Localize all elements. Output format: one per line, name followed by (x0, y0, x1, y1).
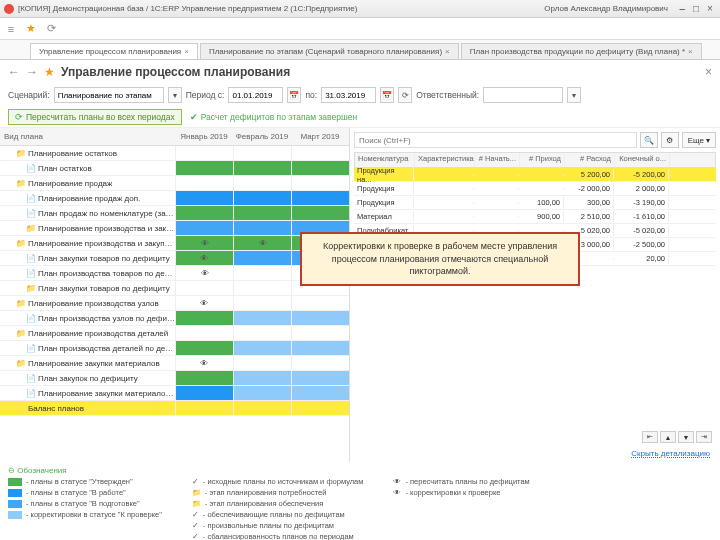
plan-row[interactable]: 📁Планирование производства узлов👁 (0, 296, 349, 311)
plan-row[interactable]: 📄План закупок по дефициту (0, 371, 349, 386)
folder-icon: 📄 (26, 374, 38, 383)
window-title: [КОПИЯ] Демонстрационная база / 1С:ERP У… (18, 4, 357, 13)
plan-row[interactable]: 📄Планирование продаж доп. (0, 191, 349, 206)
tab-close-icon[interactable]: × (688, 47, 693, 56)
menu-icon[interactable]: ≡ (4, 22, 18, 36)
tab[interactable]: План производства продукции по дефициту … (461, 43, 702, 59)
plan-row[interactable]: 📄План производства товаров по дефи...👁 (0, 266, 349, 281)
plan-row[interactable]: Баланс планов (0, 401, 349, 416)
nav-fwd-icon[interactable]: → (26, 65, 38, 79)
plan-label: Планирование закупки материалов вручную (38, 389, 175, 398)
scroll-first-icon[interactable]: ⇤ (642, 431, 658, 443)
titlebar: [КОПИЯ] Демонстрационная база / 1С:ERP У… (0, 0, 720, 18)
plan-row[interactable]: 📄План остатков (0, 161, 349, 176)
legend-icon: ✓ (192, 521, 199, 530)
plan-row[interactable]: 📄Планирование закупки материалов вручную (0, 386, 349, 401)
refresh-icon[interactable]: ⟳ (398, 87, 412, 103)
legend-item: 📁- этап планирования обеспечения (192, 499, 364, 508)
legend-item: 📁- этап планирования потребностей (192, 488, 364, 497)
eye-icon[interactable]: 👁 (200, 254, 208, 263)
plan-row[interactable]: 📁План закупки товаров по дефициту (0, 281, 349, 296)
plan-row[interactable]: 📁Планирование остатков (0, 146, 349, 161)
plan-label: План закупки товаров по дефициту (38, 284, 175, 293)
plan-label: Планирование производства узлов (28, 299, 175, 308)
plan-label: План производства узлов по дефициту (38, 314, 175, 323)
folder-icon: 📄 (26, 389, 38, 398)
action-bar: ⟳Пересчитать планы во всех периодах ✔Рас… (0, 106, 720, 128)
grid-row[interactable]: Материал900,002 510,00-1 610,00 (354, 210, 716, 224)
plan-row[interactable]: 📁Планирование производства и закупки ... (0, 221, 349, 236)
favorite-icon[interactable]: ★ (44, 65, 55, 79)
plan-label: План продаж по номенклатуре (зам. по ист… (38, 209, 175, 218)
date-from-input[interactable] (228, 87, 283, 103)
plan-row[interactable]: 📄План производства деталей по дефи... (0, 341, 349, 356)
page-title: Управление процессом планирования (61, 65, 290, 79)
scenario-label: Сценарий: (8, 90, 50, 100)
plan-label: План остатков (38, 164, 175, 173)
calendar-from-icon[interactable]: 📅 (287, 87, 301, 103)
folder-icon: 📁 (16, 149, 28, 158)
calendar-to-icon[interactable]: 📅 (380, 87, 394, 103)
resp-picker-icon[interactable]: ▾ (567, 87, 581, 103)
folder-icon: 📄 (26, 269, 38, 278)
plan-row[interactable]: 📄План продаж по номенклатуре (зам. по ис… (0, 206, 349, 221)
plan-label: Планирование остатков (28, 149, 175, 158)
legend-icon: ✓ (192, 510, 199, 519)
search-icon[interactable]: 🔍 (640, 132, 658, 148)
more-button[interactable]: Еще▾ (682, 132, 716, 148)
folder-icon: 📁 (26, 284, 38, 293)
plan-label: Планирование производства и закупки това… (28, 239, 175, 248)
scroll-up-icon[interactable]: ▲ (660, 431, 676, 443)
tab-close-icon[interactable]: × (445, 47, 450, 56)
folder-icon: 📁 (16, 359, 28, 368)
search-input[interactable] (354, 132, 637, 148)
grid-row[interactable]: Продукция100,00300,00-3 190,00 (354, 196, 716, 210)
close-page-icon[interactable]: × (705, 65, 712, 79)
recalc-button[interactable]: ⟳Пересчитать планы во всех периодах (8, 109, 182, 125)
tab[interactable]: Планирование по этапам (Сценарий товарно… (200, 43, 459, 59)
folder-icon: 📄 (26, 314, 38, 323)
history-icon[interactable]: ⟳ (44, 22, 58, 36)
plan-tree-header: Вид плана Январь 2019 Февраль 2019 Март … (0, 128, 349, 146)
plan-label: План производства товаров по дефи... (38, 269, 175, 278)
legend-item: - корректировки в статусе "К проверке" (8, 510, 162, 519)
plan-label: План закупки товаров по дефициту (38, 254, 175, 263)
date-to-input[interactable] (321, 87, 376, 103)
hide-detail-link[interactable]: Скрыть детализацию (354, 445, 716, 462)
close-window-icon[interactable]: × (704, 3, 716, 15)
scenario-input[interactable] (54, 87, 164, 103)
filter-icon[interactable]: ⚙ (661, 132, 679, 148)
tab[interactable]: Управление процессом планирования× (30, 43, 198, 59)
plan-label: План закупок по дефициту (38, 374, 175, 383)
scroll-last-icon[interactable]: ⇥ (696, 431, 712, 443)
nav-back-icon[interactable]: ← (8, 65, 20, 79)
legend-icon: 👁 (393, 477, 401, 486)
maximize-icon[interactable]: □ (690, 3, 702, 15)
plan-label: Планирование производства деталей (28, 329, 175, 338)
grid-row[interactable]: Продукция-2 000,002 000,00 (354, 182, 716, 196)
plan-row[interactable]: 📁Планирование производства и закупки тов… (0, 236, 349, 251)
folder-icon: 📁 (16, 299, 28, 308)
grid-row[interactable]: Продукция на...5 200,00-5 200,00 (354, 168, 716, 182)
eye-icon[interactable]: 👁 (201, 239, 209, 248)
scenario-picker-icon[interactable]: ▾ (168, 87, 182, 103)
plan-label: План производства деталей по дефи... (38, 344, 175, 353)
tab-close-icon[interactable]: × (184, 47, 189, 56)
plan-row[interactable]: 📁Планирование продаж (0, 176, 349, 191)
eye-icon[interactable]: 👁 (200, 359, 208, 368)
legend-title: ⊖ Обозначения (8, 466, 712, 475)
close-icon[interactable] (4, 4, 14, 14)
eye-icon[interactable]: 👁 (259, 239, 267, 248)
plan-row[interactable]: 📄План закупки товаров по дефициту👁 (0, 251, 349, 266)
plan-row[interactable]: 📁Планирование закупки материалов👁 (0, 356, 349, 371)
plan-row[interactable]: 📄План производства узлов по дефициту (0, 311, 349, 326)
plan-tree-panel: Вид плана Январь 2019 Февраль 2019 Март … (0, 128, 350, 462)
minimize-icon[interactable]: ‒ (676, 3, 688, 15)
resp-input[interactable] (483, 87, 563, 103)
plan-label: Планирование продаж (28, 179, 175, 188)
scroll-down-icon[interactable]: ▼ (678, 431, 694, 443)
back-icon[interactable]: ★ (24, 22, 38, 36)
eye-icon[interactable]: 👁 (200, 299, 208, 308)
eye-icon[interactable]: 👁 (201, 269, 209, 278)
plan-row[interactable]: 📁Планирование производства деталей (0, 326, 349, 341)
